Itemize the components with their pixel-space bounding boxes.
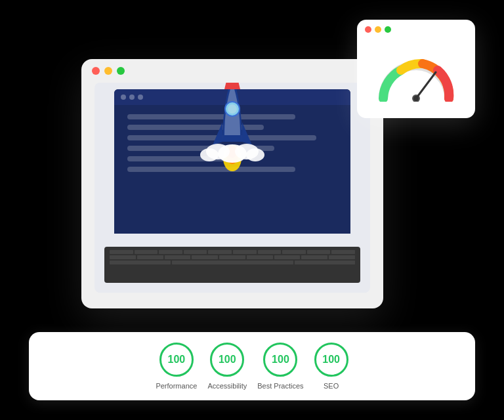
speed-dot-green xyxy=(385,26,391,33)
main-card-body xyxy=(94,83,370,293)
score-value-accessibility: 100 xyxy=(219,354,236,366)
svg-line-11 xyxy=(416,72,436,98)
speedometer-titlebar xyxy=(357,20,475,39)
svg-point-8 xyxy=(246,148,264,161)
score-item-best-practices: 100 Best Practices xyxy=(257,343,303,390)
score-value-best-practices: 100 xyxy=(272,354,289,366)
svg-point-9 xyxy=(218,144,247,163)
score-circle-performance: 100 xyxy=(159,343,194,377)
speedometer-gauge xyxy=(357,39,475,118)
svg-point-12 xyxy=(413,96,419,101)
score-value-performance: 100 xyxy=(168,354,186,366)
traffic-light-green xyxy=(117,67,125,75)
score-item-performance: 100 Performance xyxy=(156,343,197,390)
score-item-accessibility: 100 Accessibility xyxy=(207,343,247,390)
score-value-seo: 100 xyxy=(322,354,340,366)
gauge-svg xyxy=(373,49,459,102)
scores-row: 100 Performance 100 Accessibility 100 Be… xyxy=(29,332,475,400)
score-label-best-practices: Best Practices xyxy=(257,382,303,390)
traffic-light-red xyxy=(92,67,100,75)
score-label-accessibility: Accessibility xyxy=(207,382,247,390)
speed-dot-red xyxy=(365,26,371,33)
main-card-titlebar xyxy=(81,59,383,83)
scene: 100 Performance 100 Accessibility 100 Be… xyxy=(29,20,475,400)
speedometer-card xyxy=(357,20,475,118)
score-circle-best-practices: 100 xyxy=(263,343,297,377)
svg-point-6 xyxy=(200,148,219,161)
screen-dot-1 xyxy=(121,94,126,100)
score-item-seo: 100 SEO xyxy=(314,343,348,390)
keyboard xyxy=(104,247,360,283)
score-circle-seo: 100 xyxy=(314,343,348,377)
screen-dot-2 xyxy=(129,94,135,100)
speed-dot-yellow xyxy=(375,26,381,33)
screen-dot-3 xyxy=(138,94,143,100)
rocket-illustration xyxy=(200,83,265,181)
score-circle-accessibility: 100 xyxy=(210,343,244,377)
score-label-performance: Performance xyxy=(156,382,197,390)
traffic-light-yellow xyxy=(104,67,112,75)
main-card xyxy=(81,59,383,308)
score-label-seo: SEO xyxy=(324,382,339,390)
svg-point-4 xyxy=(228,104,237,114)
